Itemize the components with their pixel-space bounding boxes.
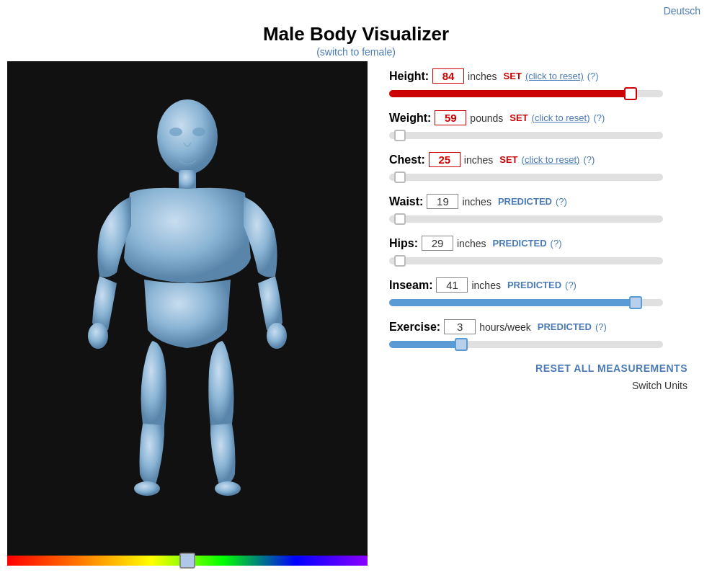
svg-point-6 [169,128,182,136]
body-figure-svg [72,85,303,532]
top-right-bar: Deutsch [0,0,712,17]
height-set-label: SET [504,71,522,81]
weight-label: Weight: [389,112,431,125]
weight-reset-link[interactable]: (click to reset) [532,112,590,123]
weight-slider[interactable] [389,132,663,139]
weight-unit: pounds [470,112,503,124]
chest-slider[interactable] [389,174,663,181]
body-visualizer [7,61,368,566]
svg-point-3 [267,323,287,349]
waist-label: Waist: [389,195,423,208]
height-value-input[interactable] [432,68,464,84]
chest-control: Chest: inches SET (click to reset) (?) [389,152,690,184]
height-help-link[interactable]: (?) [587,71,599,81]
height-reset-link[interactable]: (click to reset) [525,71,584,81]
svg-rect-1 [179,170,196,190]
waist-slider[interactable] [389,215,663,223]
waist-help-link[interactable]: (?) [556,196,567,207]
chest-reset-link[interactable]: (click to reset) [522,154,580,165]
inseam-value-input[interactable] [436,277,468,293]
chest-unit: inches [464,154,493,166]
hips-value-input[interactable] [422,236,453,251]
inseam-control: Inseam: inches PREDICTED (?) [389,277,690,309]
language-link[interactable]: Deutsch [664,5,700,17]
rainbow-thumb[interactable] [179,553,195,569]
header: Male Body Visualizer (switch to female) [0,17,712,61]
exercise-unit: hours/week [479,321,531,333]
waist-predicted-label: PREDICTED [498,196,552,207]
chest-label: Chest: [389,153,425,166]
reset-all-button[interactable]: RESET ALL MEASUREMENTS [535,362,687,374]
hips-predicted-label: PREDICTED [492,238,546,249]
weight-control: Weight: pounds SET (click to reset) (?) [389,110,690,142]
hips-help-link[interactable]: (?) [551,238,562,249]
waist-control: Waist: inches PREDICTED (?) [389,194,690,226]
chest-value-input[interactable] [429,152,460,167]
height-slider[interactable] [389,90,663,97]
hips-unit: inches [457,238,486,249]
inseam-predicted-label: PREDICTED [507,280,561,290]
chest-set-label: SET [499,154,517,165]
controls-panel: Height: inches SET (click to reset) (?) … [368,61,705,398]
exercise-help-link[interactable]: (?) [595,321,607,332]
weight-help-link[interactable]: (?) [594,112,605,123]
svg-point-2 [88,323,108,349]
svg-point-0 [157,99,218,174]
svg-point-5 [215,481,241,496]
weight-value-input[interactable] [435,110,466,125]
svg-point-4 [134,481,160,496]
inseam-slider[interactable] [389,299,663,306]
exercise-value-input[interactable] [444,319,476,334]
inseam-help-link[interactable]: (?) [565,280,577,290]
hips-control: Hips: inches PREDICTED (?) [389,236,690,267]
hips-label: Hips: [389,237,418,250]
rainbow-bar[interactable] [7,556,368,566]
svg-point-7 [192,128,205,136]
inseam-unit: inches [471,280,500,291]
inseam-label: Inseam: [389,279,432,292]
switch-units-button[interactable]: Switch Units [632,380,687,391]
hips-slider[interactable] [389,257,663,264]
exercise-slider[interactable] [389,341,663,348]
page-title: Male Body Visualizer [0,23,712,45]
exercise-label: Exercise: [389,321,440,334]
chest-help-link[interactable]: (?) [583,154,595,165]
exercise-control: Exercise: hours/week PREDICTED (?) [389,319,690,351]
height-control: Height: inches SET (click to reset) (?) [389,68,690,100]
waist-value-input[interactable] [427,194,458,209]
gender-switch-link[interactable]: (switch to female) [316,46,396,58]
height-unit: inches [468,71,497,82]
weight-set-label: SET [509,112,528,123]
waist-unit: inches [462,196,491,208]
height-label: Height: [389,70,429,83]
bottom-controls: RESET ALL MEASUREMENTS Switch Units [389,362,690,391]
exercise-predicted-label: PREDICTED [538,321,592,332]
